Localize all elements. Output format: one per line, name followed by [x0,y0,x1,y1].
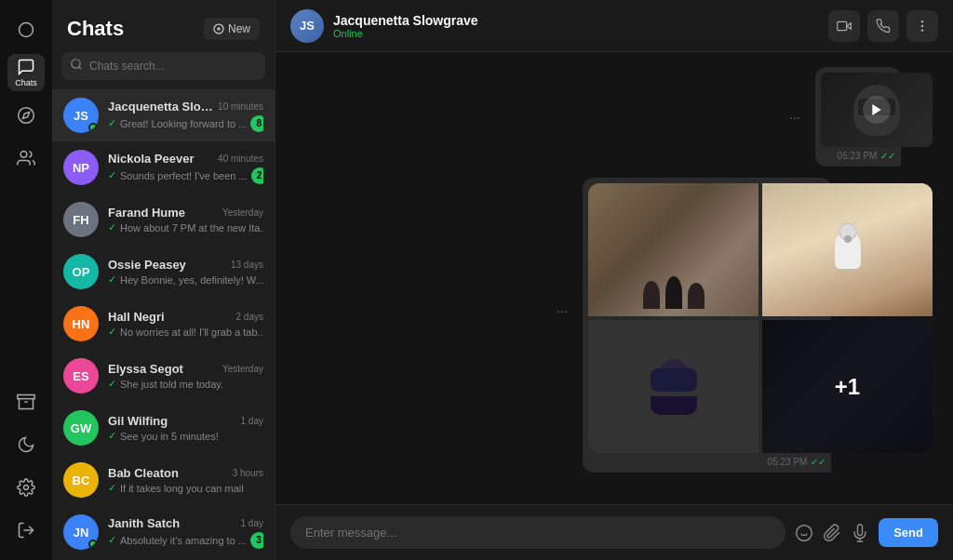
input-area: Send [275,504,953,560]
sidebar-icon-archive[interactable] [7,383,45,420]
contact-avatar: JS [290,9,324,43]
read-check-8: ✓ [108,482,116,494]
avatar-1: JS [63,98,99,133]
online-indicator-9 [88,540,98,549]
read-check-4: ✓ [108,273,116,286]
chat-name-9: Janith Satch [108,516,180,530]
sidebar-icon-chats[interactable]: Chats [7,54,45,91]
chat-name-4: Ossie Peasey [108,258,186,272]
online-indicator-1 [88,123,98,132]
msg-tick-images: ✓✓ [811,457,825,467]
svg-point-1 [19,108,34,124]
chat-item-8[interactable]: BC Bab Cleaton 3 hours ✓ If it takes lon… [52,454,275,506]
chat-item-4[interactable]: OP Ossie Peasey 13 days ✓ Hey Bonnie, ye… [52,246,275,298]
svg-line-12 [79,67,82,70]
chat-time-5: 2 days [236,312,263,322]
svg-marker-18 [872,104,880,115]
chat-time-8: 3 hours [233,468,263,478]
topbar-actions [828,10,938,42]
chat-time-1: 10 minutes [218,101,263,112]
chats-search-input[interactable] [61,52,265,80]
chat-item-2[interactable]: NP Nickola Peever 40 minutes ✓ Sounds pe… [52,141,275,193]
svg-point-3 [20,152,27,158]
svg-rect-14 [838,21,847,30]
chat-preview-9: ✓ Absolutely it's amazing to ... 3 [108,532,263,549]
image-grid: +1 [588,183,933,453]
svg-point-11 [72,60,80,68]
message-input[interactable] [290,516,785,549]
chat-info-7: Gil Wilfing 1 day ✓ See you in 5 minutes… [108,414,263,442]
message-options-1[interactable]: ··· [789,110,800,125]
avatar-4: OP [63,254,99,289]
badge-9: 3 [250,532,263,549]
sidebar-icon-bubble[interactable] [7,11,45,48]
svg-point-15 [921,20,922,21]
sidebar-icon-discover[interactable] [7,97,45,134]
read-check-7: ✓ [108,430,116,442]
chat-item-9[interactable]: JN Janith Satch 1 day ✓ Absolutely it's … [52,506,275,558]
svg-marker-2 [22,112,29,118]
chat-name-5: Hall Negri [108,310,165,324]
chats-title: Chats [67,17,124,41]
sidebar-label-chats: Chats [15,78,37,87]
sidebar-icon-moon[interactable] [7,426,45,463]
read-check-6: ✓ [108,378,116,390]
read-check-5: ✓ [108,326,116,338]
sidebar-icon-settings[interactable] [7,469,45,506]
chat-item-1[interactable]: JS Jacquenetta Slowgrave 10 minutes ✓ Gr… [52,89,275,141]
svg-point-6 [24,486,29,490]
video-call-button[interactable] [828,10,860,42]
image-cell-1 [588,183,758,316]
attach-button[interactable] [823,524,841,542]
contact-info: Jacquenetta Slowgrave Online [333,13,478,39]
new-chat-button[interactable]: New [204,18,260,40]
more-options-button[interactable] [906,10,938,42]
send-button[interactable]: Send [879,518,938,547]
chat-name-1: Jacquenetta Slowgrave [108,100,214,113]
image-cell-4: +1 [762,320,933,453]
sidebar-icon-logout[interactable] [7,512,45,549]
chat-info-3: Farand Hume Yesterday ✓ How about 7 PM a… [108,206,263,233]
contact-status: Online [333,28,478,39]
svg-rect-4 [18,395,34,399]
search-box [61,52,265,80]
chat-item-5[interactable]: HN Hall Negri 2 days ✓ No worries at all… [52,298,275,350]
avatar-6: ES [63,358,99,393]
sidebar-icon-people[interactable] [7,140,45,177]
chat-info-2: Nickola Peever 40 minutes ✓ Sounds perfe… [108,152,263,184]
image-count: +1 [835,374,860,400]
chat-time-9: 1 day [241,518,263,528]
play-button[interactable] [863,96,891,124]
image-cell-2 [762,183,933,316]
msg-time-images: 05:23 PM [768,457,808,467]
avatar-9: JN [63,514,99,550]
message-video: ··· [290,67,938,167]
svg-point-19 [797,525,812,540]
chat-preview-5: ✓ No worries at all! I'll grab a tab... [108,326,263,338]
sidebar-icons: Chats [0,0,52,560]
sidebar-bottom [7,383,45,560]
chat-name-2: Nickola Peever [108,152,195,166]
image-overlay: +1 [762,320,933,453]
badge-2: 2 [251,167,263,184]
chat-info-4: Ossie Peasey 13 days ✓ Hey Bonnie, yes, … [108,258,263,286]
chat-preview-4: ✓ Hey Bonnie, yes, definitely! W... [108,273,263,286]
mic-button[interactable] [851,524,869,542]
msg-time-video: 05:23 PM [838,151,878,161]
chat-name-6: Elyssa Segot [108,362,183,376]
message-options-2[interactable]: ··· [557,303,568,318]
chat-item-6[interactable]: ES Elyssa Segot Yesterday ✓ She just tol… [52,350,275,402]
emoji-button[interactable] [795,524,813,542]
voice-call-button[interactable] [867,10,899,42]
msg-tick-video: ✓✓ [880,151,895,161]
chat-item-3[interactable]: FH Farand Hume Yesterday ✓ How about 7 P… [52,193,275,246]
chat-info-8: Bab Cleaton 3 hours ✓ If it takes long y… [108,466,263,494]
search-icon [70,58,83,74]
chat-preview-8: ✓ If it takes long you can mail [108,482,263,494]
chat-item-7[interactable]: GW Gil Wilfing 1 day ✓ See you in 5 minu… [52,402,275,454]
read-check-9: ✓ [108,534,116,546]
msg-meta-video: 05:23 PM ✓✓ [821,151,895,161]
contact-name: Jacquenetta Slowgrave [333,13,478,28]
svg-point-17 [921,30,922,31]
read-check-1: ✓ [108,117,116,129]
